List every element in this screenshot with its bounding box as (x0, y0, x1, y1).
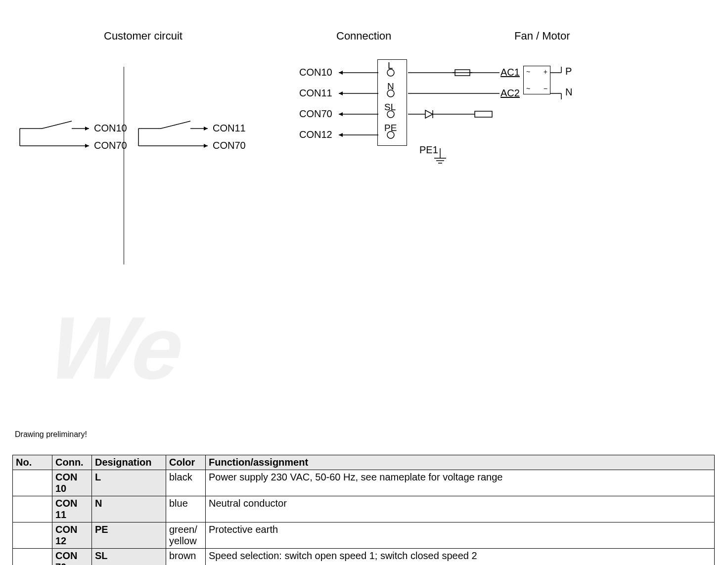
cell-conn: CON 70 (52, 549, 92, 565)
switch2-label-b: CON70 (213, 140, 246, 151)
ac2-label: AC2 (500, 87, 520, 99)
cell-conn: CON 12 (52, 522, 92, 549)
svg-marker-10 (204, 127, 208, 130)
connection-table: No. Conn. Designation Color Function/ass… (12, 455, 715, 565)
table-row: CON 10 L black Power supply 230 VAC, 50-… (13, 470, 715, 496)
cell-no (13, 496, 52, 522)
conn-row3-label: CON70 (299, 108, 332, 120)
output-p-label: P (565, 66, 572, 77)
cell-func: Neutral conductor (206, 496, 715, 522)
svg-text:L: L (388, 62, 393, 71)
cell-func: Power supply 230 VAC, 50-60 Hz, see name… (206, 470, 715, 496)
cell-desig: N (92, 496, 166, 522)
cell-conn: CON 10 (52, 470, 92, 496)
cell-func: Protective earth (206, 522, 715, 549)
svg-marker-37 (339, 133, 343, 137)
switch-symbol-2: CON11 CON70 (134, 119, 237, 168)
svg-marker-15 (339, 71, 343, 75)
cell-color: black (166, 470, 206, 496)
cell-desig: PE (92, 522, 166, 549)
divider-line (124, 67, 124, 264)
svg-rect-35 (475, 111, 492, 117)
svg-marker-13 (204, 144, 208, 148)
label-fan-motor: Fan / Motor (514, 30, 570, 43)
cell-conn: CON 11 (52, 496, 92, 522)
conn-row1-label: CON10 (299, 67, 332, 78)
svg-marker-32 (425, 110, 433, 118)
motor-output-wires (549, 67, 638, 106)
table-row: CON 70 SL brown Speed selection: switch … (13, 549, 715, 565)
svg-marker-23 (339, 91, 343, 95)
cell-no (13, 470, 52, 496)
cell-color: brown (166, 549, 206, 565)
switch1-label-b: CON70 (94, 140, 127, 151)
th-conn: Conn. (52, 455, 92, 470)
th-function: Function/assignment (206, 455, 715, 470)
svg-marker-28 (339, 112, 343, 116)
cell-color: blue (166, 496, 206, 522)
watermark-logo: We (41, 297, 280, 420)
wiring-diagram: CON10 CON70 CON11 CON70 L (0, 54, 728, 277)
pe1-label: PE1 (419, 144, 438, 155)
svg-text:N: N (387, 81, 394, 91)
svg-text:PE: PE (384, 123, 397, 133)
svg-marker-3 (85, 127, 89, 130)
svg-line-8 (161, 121, 190, 129)
switch-symbol-1: CON10 CON70 (15, 119, 119, 168)
table-row: CON 11 N blue Neutral conductor (13, 496, 715, 522)
label-connection: Connection (336, 30, 391, 43)
conn-row4-label: CON12 (299, 129, 332, 140)
ac1-label: AC1 (500, 67, 520, 78)
svg-text:SL: SL (384, 102, 396, 112)
cell-no (13, 549, 52, 565)
th-no: No. (13, 455, 52, 470)
svg-line-1 (42, 121, 72, 129)
preliminary-note: Drawing preliminary! (15, 430, 87, 439)
label-customer-circuit: Customer circuit (104, 30, 182, 43)
motor-rectifier-box: ~ + ~ − (523, 66, 550, 94)
table-row: CON 12 PE green/ yellow Protective earth (13, 522, 715, 549)
th-designation: Designation (92, 455, 166, 470)
switch2-label-a: CON11 (213, 123, 246, 134)
cell-desig: L (92, 470, 166, 496)
cell-desig: SL (92, 549, 166, 565)
conn-row2-label: CON11 (299, 87, 332, 99)
switch1-label-a: CON10 (94, 123, 127, 134)
cell-func: Speed selection: switch open speed 1; sw… (206, 549, 715, 565)
cell-color: green/ yellow (166, 522, 206, 549)
th-color: Color (166, 455, 206, 470)
cell-no (13, 522, 52, 549)
svg-marker-6 (85, 144, 89, 148)
output-n-label: N (565, 87, 572, 98)
